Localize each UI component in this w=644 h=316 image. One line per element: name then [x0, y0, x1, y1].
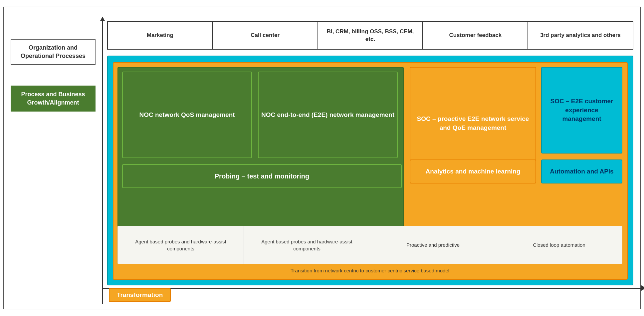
header-row: Marketing Call center BI, CRM, billing O…	[107, 21, 633, 50]
process-label: Process and Business Growth/Alignment	[21, 91, 85, 106]
transformation-box: Transformation	[109, 288, 171, 302]
header-3rd-party: 3rd party analytics and others	[528, 22, 633, 49]
transition-text: Transition from network centric to custo…	[291, 268, 449, 273]
soc-proactive-label: SOC – proactive E2E network service and …	[414, 115, 532, 132]
analytics-box: Analytics and machine learning	[410, 159, 536, 183]
outer-frame: Organization and Operational Processes P…	[3, 7, 641, 309]
orange-outer-container: Business Value NOC network QoS managemen…	[113, 62, 628, 280]
org-label: Organization and Operational Processes	[21, 44, 86, 59]
soc-e2e-box: SOC – E2E customer experience management	[541, 67, 622, 154]
proactive-label: Proactive and predictive	[406, 241, 460, 248]
noc-qos-label: NOC network QoS management	[139, 111, 235, 120]
proactive-cell: Proactive and predictive	[370, 226, 496, 264]
analytics-label: Analytics and machine learning	[425, 167, 520, 176]
main-cyan-container: Business Value NOC network QoS managemen…	[107, 56, 633, 285]
agent2-label: Agent based probes and hardware-assist c…	[248, 238, 366, 252]
agent1-cell: Agent based probes and hardware-assist c…	[118, 226, 244, 264]
header-marketing: Marketing	[108, 22, 213, 49]
transformation-label: Transformation	[117, 291, 163, 298]
x-axis-arrow	[102, 288, 641, 289]
probing-box: Probing – test and monitoring	[122, 164, 402, 188]
noc-e2e-box: NOC end-to-end (E2E) network management	[258, 72, 398, 158]
green-noc-container: NOC network QoS management NOC end-to-en…	[117, 67, 404, 239]
header-call-center: Call center	[213, 22, 318, 49]
header-bi-crm: BI, CRM, billing OSS, BSS, CEM, etc.	[318, 22, 423, 49]
bottom-section: Agent based probes and hardware-assist c…	[117, 226, 622, 264]
probing-label: Probing – test and monitoring	[215, 172, 309, 180]
process-box: Process and Business Growth/Alignment	[11, 86, 96, 112]
y-axis-arrow	[102, 21, 103, 304]
soc-e2e-label: SOC – E2E customer experience management	[545, 97, 618, 124]
automation-box: Automation and APIs	[541, 159, 622, 183]
automation-apis-label: Automation and APIs	[550, 168, 613, 175]
closed-loop-cell: Closed loop automation	[496, 226, 622, 264]
org-box: Organization and Operational Processes	[11, 39, 96, 65]
closed-loop-label: Closed loop automation	[533, 241, 585, 248]
agent2-cell: Agent based probes and hardware-assist c…	[244, 226, 370, 264]
noc-e2e-label: NOC end-to-end (E2E) network management	[261, 111, 394, 120]
header-customer-feedback: Customer feedback	[423, 22, 528, 49]
noc-qos-box: NOC network QoS management	[122, 72, 252, 158]
transition-label: Transition from network centric to custo…	[117, 266, 622, 275]
agent1-label: Agent based probes and hardware-assist c…	[122, 238, 240, 252]
